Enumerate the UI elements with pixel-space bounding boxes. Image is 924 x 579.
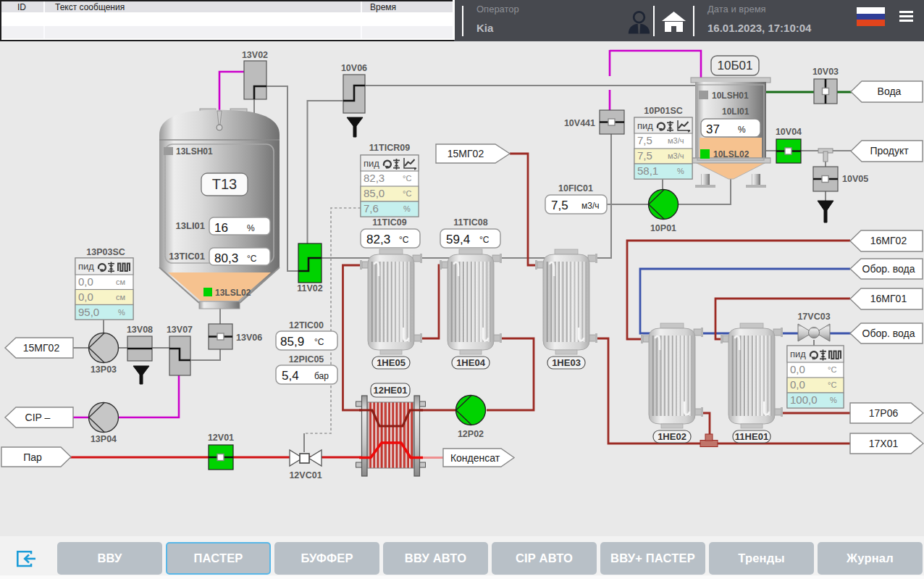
svg-text:17P06: 17P06 <box>869 407 899 419</box>
svg-text:пид: пид <box>364 158 379 169</box>
svg-text:10V06: 10V06 <box>341 63 367 73</box>
svg-text:12PIC05: 12PIC05 <box>289 354 324 365</box>
svg-text:7,5: 7,5 <box>637 134 652 146</box>
svg-text:10V03: 10V03 <box>812 67 839 77</box>
svg-text:5,4: 5,4 <box>282 369 299 383</box>
svg-text:11HE01: 11HE01 <box>735 431 768 442</box>
svg-text:°C: °C <box>403 189 411 198</box>
svg-text:12P02: 12P02 <box>458 429 484 439</box>
svg-text:13TIC01: 13TIC01 <box>169 251 205 262</box>
svg-text:7,6: 7,6 <box>364 202 379 214</box>
svg-text:11V02: 11V02 <box>297 283 323 293</box>
svg-text:13LSL02: 13LSL02 <box>215 288 251 298</box>
svg-text:58,1: 58,1 <box>637 164 658 177</box>
svg-text:12HE01: 12HE01 <box>374 385 408 396</box>
svg-text:м3/ч: м3/ч <box>668 151 684 160</box>
svg-text:1HE03: 1HE03 <box>552 357 581 368</box>
svg-text:95,0: 95,0 <box>78 306 99 318</box>
svg-text:1HE02: 1HE02 <box>658 431 686 442</box>
svg-text:T13: T13 <box>212 176 237 192</box>
svg-text:°C: °C <box>479 235 490 245</box>
svg-text:13V02: 13V02 <box>242 50 268 60</box>
svg-text:%: % <box>677 167 684 175</box>
svg-text:15МГ02: 15МГ02 <box>23 342 60 354</box>
svg-text:0,0: 0,0 <box>78 291 93 303</box>
svg-text:см: см <box>116 278 125 286</box>
svg-text:13V07: 13V07 <box>167 325 193 335</box>
svg-text:10P01: 10P01 <box>650 223 676 233</box>
svg-text:м3/ч: м3/ч <box>668 136 684 145</box>
svg-text:11TIC08: 11TIC08 <box>453 217 487 228</box>
svg-text:%: % <box>830 396 837 404</box>
svg-text:10V441: 10V441 <box>564 118 595 128</box>
svg-text:12TIC00: 12TIC00 <box>289 320 324 330</box>
svg-text:82,3: 82,3 <box>366 233 390 246</box>
svg-text:7,5: 7,5 <box>637 149 652 162</box>
svg-text:13V06: 13V06 <box>236 333 262 343</box>
svg-text:13P03SC: 13P03SC <box>86 247 125 257</box>
svg-text:°C: °C <box>828 365 836 374</box>
svg-text:%: % <box>118 308 125 317</box>
svg-text:12VC01: 12VC01 <box>289 470 322 480</box>
svg-text:82,3: 82,3 <box>364 172 385 184</box>
svg-text:1HE05: 1HE05 <box>377 357 406 368</box>
svg-text:пид: пид <box>78 261 94 272</box>
svg-text:15МГ02: 15МГ02 <box>448 148 484 159</box>
svg-text:Обор. вода: Обор. вода <box>862 328 915 339</box>
svg-text:Вода: Вода <box>878 86 902 97</box>
svg-text:13LI01: 13LI01 <box>176 220 205 231</box>
svg-text:Продукт: Продукт <box>870 145 909 157</box>
svg-text:м3/ч: м3/ч <box>581 201 600 211</box>
svg-text:пид: пид <box>790 349 806 359</box>
svg-text:бар: бар <box>314 371 329 381</box>
svg-text:0,0: 0,0 <box>790 378 805 391</box>
svg-text:16МГ01: 16МГ01 <box>870 293 907 304</box>
svg-text:16: 16 <box>214 221 228 235</box>
svg-text:см: см <box>116 293 125 301</box>
svg-text:0,0: 0,0 <box>78 275 93 288</box>
svg-text:85,0: 85,0 <box>364 187 385 199</box>
svg-text:12V01: 12V01 <box>208 433 234 443</box>
svg-text:100,0: 100,0 <box>790 393 818 406</box>
svg-text:CIP –: CIP – <box>25 412 51 423</box>
svg-text:11TIC09: 11TIC09 <box>372 217 406 228</box>
svg-text:10V04: 10V04 <box>776 127 802 137</box>
svg-text:80,3: 80,3 <box>214 251 238 265</box>
svg-text:°C: °C <box>403 174 411 183</box>
svg-text:пид: пид <box>637 120 653 131</box>
svg-text:1HE04: 1HE04 <box>456 357 486 368</box>
svg-text:0,0: 0,0 <box>790 363 805 375</box>
svg-text:°C: °C <box>828 380 836 389</box>
svg-text:10LI01: 10LI01 <box>722 107 749 117</box>
svg-text:10LSH01: 10LSH01 <box>712 91 749 101</box>
svg-text:37: 37 <box>706 122 720 136</box>
svg-text:13P04: 13P04 <box>91 434 117 444</box>
svg-text:10FIC01: 10FIC01 <box>558 183 593 193</box>
svg-text:17X01: 17X01 <box>869 438 899 449</box>
svg-text:Обор. вода: Обор. вода <box>862 263 915 275</box>
svg-text:10P01SC: 10P01SC <box>644 106 683 116</box>
svg-text:13P03: 13P03 <box>91 365 117 375</box>
svg-text:%: % <box>247 223 255 233</box>
svg-text:16МГ02: 16МГ02 <box>870 235 907 246</box>
svg-text:°C: °C <box>399 235 409 245</box>
svg-text:°C: °C <box>314 337 324 347</box>
svg-text:Пар: Пар <box>23 451 42 463</box>
svg-text:°C: °C <box>247 254 257 264</box>
svg-text:10LSL02: 10LSL02 <box>713 149 749 159</box>
svg-text:17VC03: 17VC03 <box>797 312 830 322</box>
svg-text:59,4: 59,4 <box>446 233 470 246</box>
svg-text:13V08: 13V08 <box>127 325 153 335</box>
svg-text:85,9: 85,9 <box>280 335 304 349</box>
svg-text:Конденсат: Конденсат <box>450 452 500 464</box>
svg-text:10Б01: 10Б01 <box>718 59 753 72</box>
svg-text:10V05: 10V05 <box>842 174 868 184</box>
svg-text:7,5: 7,5 <box>551 199 568 212</box>
svg-text:%: % <box>403 204 411 213</box>
svg-text:13LSH01: 13LSH01 <box>176 146 213 157</box>
svg-text:%: % <box>738 125 746 135</box>
svg-text:11TICR09: 11TICR09 <box>369 143 410 153</box>
